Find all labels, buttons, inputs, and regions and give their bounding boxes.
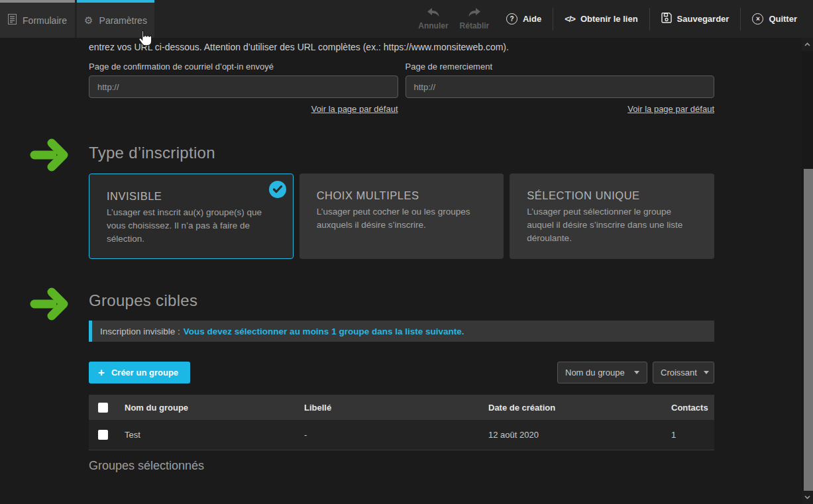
- quit-button[interactable]: × Quitter: [741, 0, 797, 38]
- optin-default-page-link[interactable]: Voir la page par défaut: [311, 104, 398, 114]
- header-nom-du-groupe: Nom du groupe: [125, 403, 304, 413]
- row-checkbox[interactable]: [98, 430, 108, 440]
- card-invisible[interactable]: INVISIBLE L’usager est inscrit au(x) gro…: [89, 174, 294, 259]
- chevron-down-icon: [704, 371, 709, 374]
- sort-field-select[interactable]: Nom du groupe: [557, 362, 647, 383]
- topbar-actions: Annuler Rétablir ? Aide </> Obtenir le l…: [413, 0, 797, 38]
- header-date-creation: Date de création: [488, 403, 671, 413]
- optin-confirmation-label: Page de confirmation de courriel d’opt-i…: [89, 62, 398, 72]
- card-invisible-description: L’usager est inscrit au(x) groupe(s) que…: [107, 206, 277, 246]
- groups-section-title: Groupes cibles: [89, 291, 197, 310]
- undo-arrow-icon: [426, 7, 441, 19]
- inscription-section-title: Type d’inscription: [89, 144, 215, 162]
- get-link-button[interactable]: </> Obtenir le lien: [553, 0, 649, 38]
- thankyou-input[interactable]: [406, 76, 715, 98]
- quit-label: Quitter: [769, 14, 797, 24]
- save-label: Sauvegarder: [677, 14, 730, 24]
- table-row[interactable]: Test - 12 août 2020 1: [89, 420, 714, 450]
- card-choix-multiples[interactable]: CHOIX MULTIPLES L’usager peut cocher le …: [299, 174, 504, 259]
- row-group-contacts: 1: [671, 430, 714, 440]
- plus-icon: +: [98, 367, 105, 378]
- question-circle-icon: ?: [506, 13, 517, 25]
- header-contacts: Contacts: [671, 403, 714, 413]
- tab-parametres[interactable]: ⚙ Paramètres: [77, 0, 154, 38]
- card-selection-unique-title: SÉLECTION UNIQUE: [527, 189, 698, 202]
- thankyou-field: Page de remerciement Voir la page par dé…: [406, 62, 715, 115]
- tab-parametres-label: Paramètres: [99, 15, 147, 26]
- help-button[interactable]: ? Aide: [495, 0, 553, 38]
- check-circle-icon: [269, 181, 286, 198]
- green-arrow-inscription: [28, 138, 76, 172]
- notice-prefix: Inscription invisible :: [100, 327, 180, 336]
- scroll-down-button[interactable]: [802, 491, 813, 504]
- table-header-row: Nom du groupe Libellé Date de création C…: [89, 395, 714, 420]
- card-invisible-title: INVISIBLE: [107, 190, 277, 203]
- code-icon: </>: [565, 14, 575, 24]
- close-circle-icon: ×: [752, 13, 763, 25]
- sort-order-value: Croissant: [661, 368, 697, 378]
- groups-toolbar: + Créer un groupe Nom du groupe Croissan…: [89, 362, 714, 383]
- selected-groups-heading: Groupes sélectionnés: [89, 459, 204, 473]
- get-link-label: Obtenir le lien: [580, 14, 638, 24]
- tab-formulaire-label: Formulaire: [23, 15, 67, 26]
- optin-confirmation-input[interactable]: [89, 76, 398, 98]
- invisible-notice-bar: Inscription invisible : Vous devez sélec…: [89, 321, 714, 342]
- card-selection-unique[interactable]: SÉLECTION UNIQUE L’usager peut sélection…: [510, 174, 714, 259]
- tab-bar: Formulaire ⚙ Paramètres: [0, 0, 154, 38]
- create-group-label: Créer un groupe: [111, 368, 178, 378]
- groups-table: Nom du groupe Libellé Date de création C…: [89, 395, 714, 450]
- card-choix-multiples-description: L’usager peut cocher le ou les groupes a…: [317, 205, 488, 232]
- scrollbar-thumb[interactable]: [804, 169, 813, 491]
- url-fields: Page de confirmation de courriel d’opt-i…: [89, 62, 714, 115]
- undo-label: Annuler: [418, 21, 448, 30]
- chevron-down-icon: [634, 371, 639, 374]
- create-group-button[interactable]: + Créer un groupe: [89, 362, 190, 383]
- thankyou-label: Page de remerciement: [406, 62, 715, 72]
- header-libelle: Libellé: [304, 403, 488, 413]
- gear-icon: ⚙: [84, 15, 93, 25]
- green-arrow-groupes: [28, 287, 76, 321]
- row-group-date: 12 août 2020: [488, 430, 671, 440]
- card-choix-multiples-title: CHOIX MULTIPLES: [317, 189, 488, 202]
- thankyou-default-page-link[interactable]: Voir la page par défaut: [627, 104, 714, 114]
- sort-field-value: Nom du groupe: [565, 368, 625, 378]
- vertical-scrollbar[interactable]: [802, 38, 813, 504]
- floppy-icon: [661, 13, 672, 25]
- notice-highlight: Vous devez sélectionner au moins 1 group…: [184, 327, 464, 336]
- document-icon: [8, 14, 17, 26]
- inscription-type-cards: INVISIBLE L’usager est inscrit au(x) gro…: [89, 174, 714, 259]
- select-all-checkbox[interactable]: [98, 403, 108, 413]
- row-group-label: -: [304, 430, 488, 440]
- scroll-up-button[interactable]: [802, 38, 813, 51]
- optin-confirmation-field: Page de confirmation de courriel d’opt-i…: [89, 62, 398, 115]
- sort-order-select[interactable]: Croissant: [653, 362, 714, 383]
- url-intro-text: entrez vos URL ci-dessous. Attention d’u…: [89, 42, 714, 52]
- redo-arrow-icon: [467, 7, 482, 19]
- save-button[interactable]: Sauvegarder: [650, 0, 741, 38]
- help-label: Aide: [523, 14, 541, 24]
- topbar: Formulaire ⚙ Paramètres Annuler Rétablir…: [0, 0, 813, 38]
- undo-button[interactable]: Annuler: [413, 7, 454, 30]
- redo-label: Rétablir: [460, 21, 490, 30]
- row-group-name: Test: [125, 430, 304, 440]
- settings-panel: entrez vos URL ci-dessous. Attention d’u…: [89, 38, 714, 504]
- tab-formulaire[interactable]: Formulaire: [0, 0, 75, 38]
- redo-button[interactable]: Rétablir: [454, 7, 495, 30]
- card-selection-unique-description: L’usager peut sélectionner le groupe auq…: [527, 205, 698, 245]
